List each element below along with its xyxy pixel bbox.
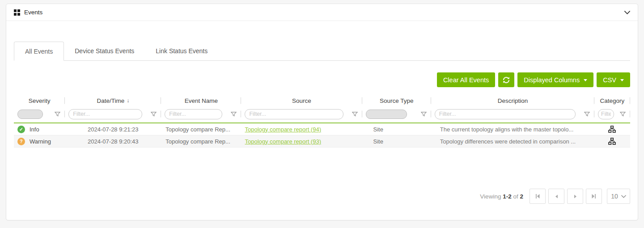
severity-filter-select xyxy=(17,110,43,119)
next-page-button[interactable] xyxy=(567,189,583,204)
column-header-severity[interactable]: Severity xyxy=(14,96,65,106)
source-cell: Topology compare report (94) xyxy=(241,123,362,135)
table-row[interactable]: ✓ Info 2024-07-28 9:21:23 Topology compa… xyxy=(14,123,630,135)
datetime-cell: 2024-07-28 9:20:43 xyxy=(65,135,161,147)
table-filter-row xyxy=(14,106,630,122)
panel-header: Events xyxy=(6,4,638,21)
column-header-source-type[interactable]: Source Type xyxy=(362,96,431,106)
source-cell: Topology compare report (93) xyxy=(241,135,362,147)
source-link[interactable]: Topology compare report (94) xyxy=(245,126,321,133)
tab-device-status-events[interactable]: Device Status Events xyxy=(64,41,145,60)
table-row[interactable]: ? Warning 2024-07-28 9:20:43 Topology co… xyxy=(14,135,630,148)
topology-icon xyxy=(608,126,616,133)
tab-link-status-events[interactable]: Link Status Events xyxy=(145,41,218,60)
category-filter-input[interactable] xyxy=(598,109,614,119)
filter-cell-datetime xyxy=(65,106,161,122)
prev-page-button[interactable] xyxy=(548,189,564,204)
csv-label: CSV xyxy=(603,76,616,84)
page-size-select[interactable]: 10 xyxy=(607,189,630,204)
source-link[interactable]: Topology compare report (93) xyxy=(245,138,321,145)
column-header-source[interactable]: Source xyxy=(241,96,362,106)
filter-cell-category xyxy=(594,106,630,122)
events-panel: Events All Events Device Status Events L… xyxy=(6,4,638,220)
viewing-range: 1-2 xyxy=(503,193,512,200)
sort-desc-icon: ↓ xyxy=(127,97,129,104)
tab-bar: All Events Device Status Events Link Sta… xyxy=(14,41,630,61)
question-circle-icon: ? xyxy=(17,138,25,145)
severity-label: Warning xyxy=(30,138,51,145)
column-header-event-name[interactable]: Event Name xyxy=(161,96,241,106)
page-size-value: 10 xyxy=(611,193,618,200)
event-name-cell: Topology compare Rep... xyxy=(161,135,241,147)
category-cell xyxy=(594,135,630,147)
refresh-button[interactable] xyxy=(498,72,514,87)
funnel-icon[interactable] xyxy=(421,111,427,117)
column-header-datetime[interactable]: Date/Time ↓ xyxy=(65,96,161,106)
check-circle-icon: ✓ xyxy=(17,126,25,133)
clear-all-events-button[interactable]: Clear All Events xyxy=(437,72,495,87)
funnel-icon[interactable] xyxy=(55,111,60,117)
panel-body: All Events Device Status Events Link Sta… xyxy=(6,41,638,228)
funnel-icon[interactable] xyxy=(584,111,590,117)
source-filter-input[interactable] xyxy=(245,109,343,119)
description-filter-input[interactable] xyxy=(435,109,576,119)
displayed-columns-button[interactable]: Displayed Columns xyxy=(517,72,593,87)
filter-cell-description xyxy=(431,106,594,122)
topology-icon xyxy=(608,138,616,145)
event-name-cell: Topology compare Rep... xyxy=(161,123,241,135)
source-type-cell: Site xyxy=(362,123,431,135)
chevron-down-icon xyxy=(621,195,626,198)
severity-cell: ? Warning xyxy=(14,135,65,147)
description-cell: The current topology aligns with the mas… xyxy=(431,123,594,135)
pager-buttons xyxy=(530,189,602,204)
column-header-description[interactable]: Description xyxy=(431,96,594,106)
table-header-row: Severity Date/Time ↓ Event Name Source S… xyxy=(14,96,630,106)
funnel-icon[interactable] xyxy=(231,111,237,117)
filter-cell-severity xyxy=(14,106,65,122)
refresh-icon xyxy=(503,76,510,84)
tab-all-events[interactable]: All Events xyxy=(14,42,64,61)
displayed-columns-label: Displayed Columns xyxy=(524,76,580,84)
collapse-chevron-icon[interactable] xyxy=(624,11,630,14)
event-name-filter-input[interactable] xyxy=(165,109,222,119)
severity-cell: ✓ Info xyxy=(14,123,65,135)
grid-icon xyxy=(14,9,20,16)
datetime-filter-input[interactable] xyxy=(68,109,142,119)
category-cell xyxy=(594,123,630,135)
severity-label: Info xyxy=(30,126,39,133)
funnel-icon[interactable] xyxy=(620,111,626,117)
filter-cell-source-type xyxy=(362,106,431,122)
chevron-down-icon xyxy=(584,79,587,81)
source-type-filter-select xyxy=(366,110,407,119)
funnel-icon[interactable] xyxy=(352,111,358,117)
first-page-button[interactable] xyxy=(530,189,546,204)
panel-title: Events xyxy=(24,9,42,16)
viewing-total: 2 xyxy=(520,193,523,200)
filter-cell-source xyxy=(241,106,362,122)
last-page-button[interactable] xyxy=(586,189,602,204)
funnel-icon[interactable] xyxy=(151,111,157,117)
filter-cell-event-name xyxy=(161,106,241,122)
pagination: Viewing 1-2 of 2 xyxy=(480,189,630,204)
events-table: Severity Date/Time ↓ Event Name Source S… xyxy=(14,96,630,148)
chevron-down-icon xyxy=(620,79,624,81)
datetime-cell: 2024-07-28 9:21:23 xyxy=(65,123,161,135)
column-header-category[interactable]: Category xyxy=(594,96,630,106)
toolbar: Clear All Events Displayed Columns CSV xyxy=(14,72,630,87)
description-cell: Topology differences were detected in co… xyxy=(431,135,594,147)
source-type-cell: Site xyxy=(362,135,431,147)
csv-button[interactable]: CSV xyxy=(597,72,630,87)
viewing-status: Viewing 1-2 of 2 xyxy=(480,193,523,200)
